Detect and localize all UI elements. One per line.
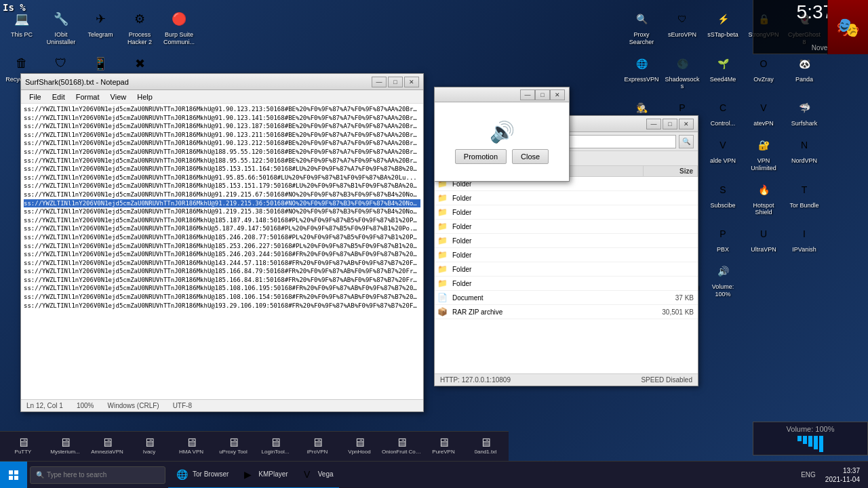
tray-app-11[interactable]: 🖥 0and1.txt [465, 433, 506, 460]
notepad-close-btn[interactable]: ✕ [404, 77, 419, 87]
notepad-menu: File Edit Format View Help [21, 90, 423, 104]
tray-app-1[interactable]: 🖥 Mysterium... [45, 433, 85, 460]
file-list[interactable]: Name Size 📁 Folder 📁 Folder 📁 Folder 📁 F… [435, 166, 698, 373]
taskbar: 🔍 Type here to search 🌐 Tor Browser ▶ KM… [0, 461, 868, 488]
file-row-name-4: Folder [450, 236, 644, 246]
file-toolbar-search-btn[interactable]: 🔍 [679, 135, 694, 148]
popup-close-btn[interactable]: ✕ [550, 89, 565, 100]
popup-promotion-btn[interactable]: Promotion [455, 149, 507, 164]
file-row-4[interactable]: 📁 Folder [435, 234, 698, 248]
popup-titlebar[interactable]: — □ ✕ [435, 87, 569, 102]
file-row-2[interactable]: 📁 Folder [435, 205, 698, 220]
desktop-icon-right-29[interactable]: I IPVanish [785, 220, 823, 256]
tray-app-0[interactable]: 🖥 PuTTY [3, 433, 43, 460]
taskbar-app-1[interactable]: ▶ KMPlayer [234, 462, 293, 489]
tray-app-label-1: Mysterium... [50, 449, 80, 455]
desktop-icon-right-22[interactable]: S Subscibe [704, 176, 742, 220]
desktop-icon-right-18[interactable]: 🔐 VPN Unlimited [745, 131, 783, 175]
notepad-line-12: ss://YWZLTINl1nY206V0N1ejd5cmZaU0NRUVhTT… [24, 207, 420, 216]
tray-lang[interactable]: ENG [798, 462, 818, 488]
desktop-icon-right-13[interactable]: V atevPN [745, 94, 783, 130]
desktop-icon-top-4[interactable]: 🔴 Burp Suite Communi... [160, 5, 198, 49]
taskbar-app-0[interactable]: 🌐 Tor Browser [168, 462, 234, 489]
desktop-icon-top-1[interactable]: 🔧 IObit Uninstaller [42, 5, 80, 49]
desktop-icon-label-top-4: Burp Suite Communi... [161, 31, 197, 46]
desktop-icon-right-14[interactable]: 🦈 Surfshark [785, 94, 823, 130]
notepad-menu-view[interactable]: View [105, 90, 132, 104]
desktop-icon-img-right-1: 🛡 [671, 8, 693, 30]
popup-maximize-btn[interactable]: □ [535, 89, 550, 100]
tray-app-5[interactable]: 🖥 uProxy Tool [213, 433, 254, 460]
desktop-icon-right-1[interactable]: 🛡 sEuroVPN [663, 5, 701, 49]
taskbar-app-2[interactable]: V Vega [294, 462, 339, 489]
desktop-icon-right-17[interactable]: V alde VPN [704, 131, 742, 175]
notepad-maximize-btn[interactable]: □ [388, 77, 403, 87]
notepad-line-19: ss://YWZLTINl1nY206V0N1ejd5cmZaU0NRUVhTT… [24, 267, 420, 276]
file-row-8[interactable]: 📄 Document 37 KB [435, 291, 698, 305]
popup-minimize-btn[interactable]: — [520, 89, 535, 100]
file-maximize-btn[interactable]: □ [663, 119, 677, 129]
desktop-icon-right-12[interactable]: C Control... [704, 94, 742, 130]
taskbar-bottom-row: 🖥 PuTTY 🖥 Mysterium... 🖥 AmneziaVPN 🖥 Iv… [0, 431, 509, 461]
tray-app-6[interactable]: 🖥 LoginTool... [255, 433, 296, 460]
desktop-icon-right-7[interactable]: 🌱 Seed4Me [704, 50, 742, 94]
desktop-icon-right-27[interactable]: P PBX [704, 220, 742, 256]
start-button[interactable] [0, 462, 27, 489]
tray-app-8[interactable]: 🖥 VpnHood [339, 433, 380, 460]
file-row-9[interactable]: 📦 RAR ZIP archive 30,501 KB [435, 305, 698, 319]
file-close-btn[interactable]: ✕ [679, 119, 694, 129]
desktop-icon-right-24[interactable]: T Tor Bundle [785, 176, 823, 220]
file-row-size-1 [644, 197, 698, 199]
desktop-icon-right-8[interactable]: O OvZray [745, 50, 783, 94]
tray-app-label-5: uProxy Tool [219, 449, 248, 455]
tray-app-3[interactable]: 🖥 Ivacy [129, 433, 170, 460]
tray-app-9[interactable]: 🖥 OnionFruit Connect [381, 433, 422, 460]
notepad-window-controls: — □ ✕ [372, 77, 419, 87]
file-row-5[interactable]: 📁 Folder [435, 248, 698, 262]
file-row-name-1: Folder [450, 193, 644, 203]
desktop-icon-top-3[interactable]: ⚙ Process Hacker 2 [121, 5, 159, 49]
tray-app-4[interactable]: 🖥 HMA VPN [171, 433, 212, 460]
notepad-menu-file[interactable]: File [24, 90, 47, 104]
desktop-icon-top-2[interactable]: ✈ Telegram [81, 5, 119, 49]
desktop-icon-img-right-9: 🐼 [793, 53, 815, 75]
desktop-icon-right-5[interactable]: 🌐 ExpressVPN [623, 50, 660, 94]
desktop-icon-img-top-2: ✈ [90, 8, 111, 30]
desktop-icon-right-6[interactable]: 🌑 Shadowsocks [663, 50, 701, 94]
notepad-content-area[interactable]: ss://YWZLTINl1nY206V0N1ejd5cmZaU0NRUVhTT… [21, 104, 423, 399]
desktop-icon-label-right-28: UltraVPN [751, 246, 776, 253]
tray-app-7[interactable]: 🖥 iProVPN [297, 433, 338, 460]
desktop-icon-right-0[interactable]: 🔍 Proxy Searcher [623, 5, 660, 49]
desktop-icon-label-top-3: Process Hacker 2 [122, 31, 157, 46]
taskbar-search-box[interactable]: 🔍 Type here to search [30, 466, 165, 484]
desktop-icon-right-32[interactable]: 🔊 Volume: 100% [704, 258, 742, 301]
notepad-statusbar: Ln 12, Col 1 100% Windows (CRLF) UTF-8 [21, 399, 423, 411]
tray-app-2[interactable]: 🖥 AmneziaVPN [87, 433, 127, 460]
desktop-icon-right-23[interactable]: 🔥 Hotspot Shield [745, 176, 783, 220]
file-row-6[interactable]: 📁 Folder [435, 262, 698, 277]
desktop-icon-right-9[interactable]: 🐼 Panda [785, 50, 823, 94]
desktop-icon-label-right-24: Tor Bundle [789, 202, 818, 209]
desktop-icon-label-right-12: Control... [711, 120, 736, 127]
desktop-icon-label-right-23: Hotspot Shield [746, 202, 781, 217]
notepad-menu-edit[interactable]: Edit [47, 90, 71, 104]
notepad-minimize-btn[interactable]: — [372, 77, 387, 87]
notepad-titlebar[interactable]: SurfShark(50168).txt - Notepad — □ ✕ [21, 74, 423, 90]
desktop-icon-right-28[interactable]: U UltraVPN [745, 220, 783, 256]
tray-app-10[interactable]: 🖥 PureVPN [423, 433, 464, 460]
desktop-icon-right-2[interactable]: ⚡ sSTap-beta [704, 5, 742, 49]
file-row-size-9: 30,501 KB [644, 307, 698, 317]
file-row-3[interactable]: 📁 Folder [435, 220, 698, 234]
popup-close-action-btn[interactable]: Close [512, 149, 549, 164]
file-minimize-btn[interactable]: — [646, 119, 661, 129]
desktop-icon-right-19[interactable]: N NordVPN [785, 131, 823, 175]
file-row-7[interactable]: 📁 Folder [435, 277, 698, 291]
desktop-icon-label-right-29: IPVanish [792, 246, 816, 253]
notepad-text-area[interactable]: ss://YWZLTINl1nY206V0N1ejd5cmZaU0NRUVhTT… [21, 104, 423, 399]
file-row-name-6: Folder [450, 264, 644, 274]
notepad-menu-help[interactable]: Help [132, 90, 158, 104]
file-row-1[interactable]: 📁 Folder [435, 191, 698, 205]
notepad-menu-format[interactable]: Format [71, 90, 105, 104]
tray-app-label-9: OnionFruit Connect [382, 449, 421, 455]
file-row-icon-5: 📁 [436, 249, 448, 261]
